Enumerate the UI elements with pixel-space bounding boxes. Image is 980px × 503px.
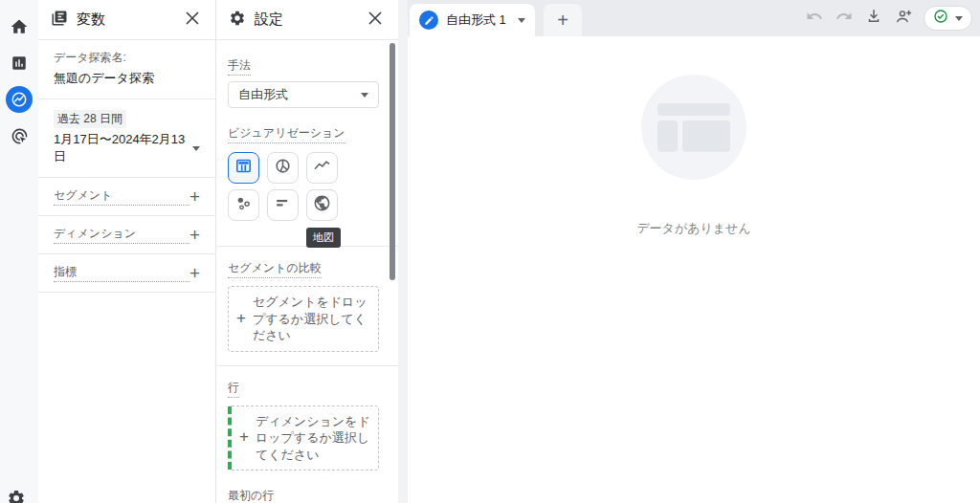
scatter-chart-icon <box>234 194 253 216</box>
settings-panel-header: 設定 <box>216 0 398 40</box>
download-icon <box>865 8 882 29</box>
ga4-explorations-app: 変数 データ探索名: 無題のデータ探索 過去 28 日間 1月17日〜2024年… <box>0 0 980 503</box>
add-segment-button[interactable]: + <box>189 187 200 206</box>
undo-icon <box>806 8 823 29</box>
visualization-label: ビジュアリゼーション <box>228 125 345 143</box>
advertising-icon <box>11 127 29 145</box>
add-metric-button[interactable]: + <box>189 264 200 282</box>
line-chart-icon <box>313 157 331 179</box>
geo-map-icon <box>313 194 331 216</box>
settings-close-button[interactable] <box>366 11 385 30</box>
bar-chart-icon <box>274 194 292 216</box>
chevron-down-icon <box>955 16 963 21</box>
add-dimension-button[interactable]: + <box>189 226 200 244</box>
rows-drop-zone[interactable]: + ディメンションをドロップするか選択してください <box>228 405 379 471</box>
chevron-down-icon <box>361 93 368 98</box>
segment-comparison-label: セグメントの比較 <box>228 260 322 278</box>
redo-button[interactable] <box>835 9 854 28</box>
settings-panel-title: 設定 <box>255 11 366 29</box>
tab-label: 自由形式 1 <box>446 11 510 29</box>
chevron-down-icon <box>192 146 200 151</box>
status-button[interactable] <box>924 6 972 31</box>
nav-advertising[interactable] <box>6 122 33 149</box>
first-row-label: 最初の行 <box>228 488 274 503</box>
panel-gap <box>398 0 408 503</box>
redo-icon <box>835 8 853 29</box>
date-range-chip[interactable]: 過去 28 日間 <box>54 110 126 128</box>
share-button[interactable] <box>894 9 913 28</box>
placeholder-table-col <box>657 120 678 152</box>
technique-value: 自由形式 <box>238 86 361 103</box>
segment-drop-text: セグメントをドロップするか選択してください <box>253 294 370 344</box>
close-icon <box>186 11 199 29</box>
canvas-toolbar <box>805 0 972 36</box>
variables-cards-icon <box>51 10 68 31</box>
dimensions-label: ディメンション <box>54 226 189 244</box>
add-icon: + <box>236 308 246 330</box>
technique-label: 手法 <box>228 57 251 76</box>
variables-panel-title: 変数 <box>77 11 183 29</box>
metrics-section-row: 指標 + <box>38 254 215 293</box>
nav-admin[interactable] <box>7 489 26 503</box>
variables-panel-header: 変数 <box>38 0 215 40</box>
variables-close-button[interactable] <box>183 11 202 30</box>
technique-select[interactable]: 自由形式 <box>228 81 379 108</box>
admin-gear-icon <box>7 494 26 503</box>
exploration-name-label: データ探索名: <box>54 50 200 66</box>
viz-scatter-button[interactable] <box>228 189 259 221</box>
exploration-name-value[interactable]: 無題のデータ探索 <box>54 70 200 87</box>
settings-scrollbar[interactable] <box>390 43 395 280</box>
viz-donut-button[interactable] <box>267 152 299 184</box>
share-add-person-icon <box>895 8 913 30</box>
map-tooltip: 地図 <box>306 228 341 248</box>
left-nav-rail <box>0 0 38 503</box>
dimensions-section-row: ディメンション + <box>38 216 215 254</box>
status-check-icon <box>933 9 948 28</box>
close-icon <box>368 11 382 29</box>
viz-bar-button[interactable] <box>267 189 299 221</box>
donut-chart-icon <box>274 157 292 179</box>
visualization-canvas: データがありません <box>408 36 980 503</box>
reports-icon <box>11 55 28 72</box>
gear-icon <box>229 10 246 31</box>
canvas-tab-strip: 自由形式 1 + <box>408 0 980 36</box>
tab-free-form-1[interactable]: 自由形式 1 <box>410 4 535 36</box>
placeholder-table-header <box>657 103 730 116</box>
pencil-icon <box>419 11 438 30</box>
nav-home[interactable] <box>6 13 33 40</box>
add-icon: + <box>239 426 249 448</box>
home-icon <box>10 17 29 36</box>
segments-label: セグメント <box>54 187 189 206</box>
placeholder-table-body <box>682 120 730 152</box>
viz-geo-map-button[interactable] <box>306 189 338 221</box>
metrics-label: 指標 <box>54 264 189 282</box>
viz-table-button[interactable] <box>228 152 259 184</box>
segment-drop-zone[interactable]: + セグメントをドロップするか選択してください <box>228 286 379 352</box>
exploration-name-section: データ探索名: 無題のデータ探索 <box>38 40 215 99</box>
nav-explore[interactable] <box>6 86 33 113</box>
visualization-picker: 地図 <box>228 152 379 221</box>
empty-state-text: データがありません <box>636 220 750 237</box>
table-icon <box>234 157 253 179</box>
settings-content: 手法 自由形式 ビジュアリゼーション <box>216 40 398 503</box>
download-button[interactable] <box>864 9 883 28</box>
dimension-drop-text: ディメンションをドロップするか選択してください <box>256 413 370 464</box>
viz-line-button[interactable] <box>306 152 338 184</box>
rows-label: 行 <box>228 380 239 398</box>
segments-section-row: セグメント + <box>38 178 215 216</box>
empty-state-illustration <box>641 75 746 180</box>
nav-reports[interactable] <box>6 50 33 77</box>
main-canvas-area: 自由形式 1 + <box>408 0 980 503</box>
date-range-section[interactable]: 過去 28 日間 1月17日〜2024年2月13日 <box>38 99 215 178</box>
variables-panel: 変数 データ探索名: 無題のデータ探索 過去 28 日間 1月17日〜2024年… <box>38 0 216 503</box>
tab-settings-panel: 設定 手法 自由形式 ビジュアリゼーション <box>216 0 398 503</box>
date-range-value[interactable]: 1月17日〜2024年2月13日 <box>54 131 192 165</box>
divider <box>216 365 398 366</box>
explore-icon <box>11 91 28 108</box>
add-tab-button[interactable]: + <box>544 4 582 36</box>
undo-button[interactable] <box>805 9 824 28</box>
chevron-down-icon <box>518 18 525 23</box>
